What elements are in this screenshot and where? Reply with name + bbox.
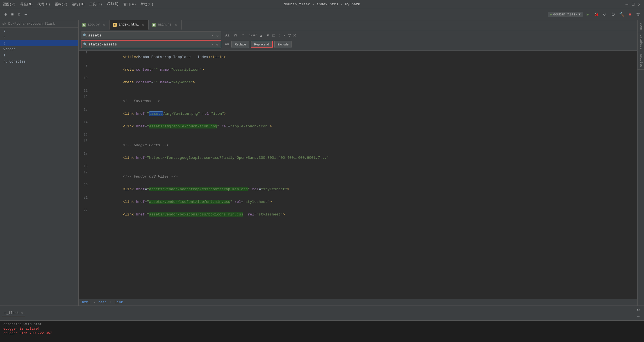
sciview-panel-tab[interactable]: SciView [638,52,644,70]
right-panels: Json Database SciView [637,20,644,306]
run-config-dropdown-icon: ▼ [579,13,581,17]
menu-bar[interactable]: 视图(V)导航(N)代码(C)重构(R)运行(U)工具(T)VCS(S)窗口(W… [3,2,153,7]
match-case-replace-btn[interactable]: Aa [224,42,230,46]
tab-app-py-label: app.py [88,23,100,27]
database-panel-tab[interactable]: Database [638,32,644,52]
menu-item-u[interactable]: 运行(U) [72,2,85,7]
translate-icon[interactable]: 文 [635,11,642,18]
code-content-13: <link href="assets/img/favicon.png" rel=… [92,107,633,120]
code-line-22: 22 <link href="assets/vendor/boxicons/cs… [79,208,637,221]
sidebar-item-s2[interactable]: s [0,34,78,40]
json-panel-tab[interactable]: Json [638,20,644,32]
find-input[interactable] [88,33,210,38]
breadcrumb-link[interactable]: link [115,300,123,304]
line-number-22: 22 [79,208,92,212]
run-config-name: douban_flask [553,13,577,17]
layout-icon[interactable]: ⊞ [9,11,16,18]
code-line-8: 8 <title>Mamba Bootstrap Template - Inde… [79,51,637,63]
clear-find-button[interactable]: ✕ [211,33,215,38]
line-number-18: 18 [79,164,92,168]
expand-button[interactable]: □ [272,33,276,38]
code-line-14: 14 <link href="assets/img/apple-touch-ic… [79,120,637,133]
toolbar-right: ▶ douban_flask ▼ ▶ 🐞 🛡 ⏱ 🔨 ■ 文 [548,11,642,18]
project-path: sk D:\Pycharm\douban_flask [2,22,55,26]
run-config-selector[interactable]: ▶ douban_flask ▼ [548,12,583,17]
line-number-8: 8 [79,51,92,55]
cog-icon[interactable]: ⚙ [16,11,22,18]
menu-item-vcss[interactable]: VCS(S) [107,2,119,7]
profile-button[interactable]: ⏱ [610,11,616,18]
breadcrumb-html[interactable]: html [82,300,90,304]
index-html-icon: H [113,23,117,27]
breadcrumb-bar: html › head › link [79,299,637,306]
menu-item-c[interactable]: 代码(C) [37,2,50,7]
coverage-button[interactable]: 🛡 [601,11,608,18]
editor-area: py app.py ✕ H index.html ✕ js main.js ✕ … [79,20,637,306]
prev-match-button[interactable]: ▲ [259,33,264,38]
match-case-button[interactable]: Aa [224,33,231,38]
find-history-button[interactable]: ↺ [216,33,219,38]
minimize-button[interactable]: ─ [625,3,629,6]
replace-button[interactable]: Replace [231,41,249,48]
search-options: Aa W .* [224,33,245,38]
tab-index-html[interactable]: H index.html ✕ [110,20,149,30]
debug-button[interactable]: 🐞 [593,11,600,18]
tab-app-py[interactable]: py app.py ✕ [79,20,110,30]
find-icon: 🔍 [83,33,87,38]
regex-button[interactable]: .* [240,33,245,38]
breadcrumb-sep-2: › [110,300,111,304]
clear-replace-button[interactable]: ✕ [211,42,214,47]
tab-main-js-close[interactable]: ✕ [174,22,178,27]
stop-button[interactable]: ■ [627,11,633,18]
code-line-10: 10 <meta content="" name="keywords"> [79,76,637,89]
whole-word-button[interactable]: W [233,33,238,38]
replace-input[interactable] [88,42,210,47]
terminal-settings-icon[interactable]: ⚙ [635,306,642,313]
close-search-button[interactable]: ✕ [293,33,297,38]
sidebar: sk D:\Pycharm\douban_flask s s g vendor … [0,20,79,306]
code-line-16: 16 <!-- Google Fonts --> [79,139,637,152]
line-number-17: 17 [79,152,92,156]
replace-all-button[interactable]: Replace all [251,41,273,48]
menu-item-w[interactable]: 窗口(W) [123,2,136,7]
maximize-button[interactable]: □ [631,3,635,6]
code-line-13: 13 <link href="assets/img/favicon.png" r… [79,107,637,120]
tab-app-py-close[interactable]: ✕ [101,22,106,27]
next-match-button[interactable]: ▼ [265,33,270,38]
filter-button[interactable]: ▽ [288,33,291,38]
sidebar-item-consoles[interactable]: nd Consoles [0,59,78,65]
terminal-close-icon[interactable]: ─ [635,313,642,320]
preserve-case-button[interactable]: ≡ [283,33,286,38]
menu-item-r[interactable]: 重构(R) [55,2,68,7]
sidebar-item-vendor[interactable]: vendor [0,46,78,52]
sidebar-item-s1[interactable]: s [0,28,78,34]
line-number-12: 12 [79,95,92,99]
code-line-18: 18 [79,164,637,170]
line-number-21: 21 [79,196,92,200]
menu-item-n[interactable]: 导航(N) [20,2,33,7]
window-controls[interactable]: ─ □ ✕ [625,3,641,6]
code-line-15: 15 [79,133,637,139]
menu-item-t[interactable]: 工具(T) [89,2,102,7]
code-content-21: <link href="assets/vendor/icofont/icofon… [92,196,633,208]
terminal-tab[interactable]: n_flask ✕ [2,310,25,316]
replace-history-button[interactable]: ↺ [215,42,219,47]
build-button[interactable]: 🔨 [618,11,625,18]
sidebar-item-g[interactable]: g [0,40,78,46]
menu-item-h[interactable]: 帮助(H) [140,2,153,7]
tab-main-js[interactable]: js main.js ✕ [149,20,181,30]
breadcrumb-head[interactable]: head [98,300,106,304]
menu-item-v[interactable]: 视图(V) [3,2,16,7]
exclude-button[interactable]: Exclude [274,41,292,48]
settings-icon[interactable]: ⚙ [2,11,9,18]
code-editor[interactable]: 8 <title>Mamba Bootstrap Template - Inde… [79,51,637,299]
dash-icon[interactable]: ─ [22,11,29,18]
close-button[interactable]: ✕ [637,3,641,6]
replace-row: 🔍 ✕ ↺ Aa Replace Replace all Exclude [81,40,635,48]
code-content-22: <link href="assets/vendor/boxicons/css/b… [92,208,633,221]
tab-index-html-close[interactable]: ✕ [140,22,145,27]
match-count: 1/47 [249,33,257,37]
sidebar-item-s3[interactable]: s [0,52,78,59]
multiline-button[interactable]: ⋮ [277,33,281,38]
run-button[interactable]: ▶ [584,11,591,18]
